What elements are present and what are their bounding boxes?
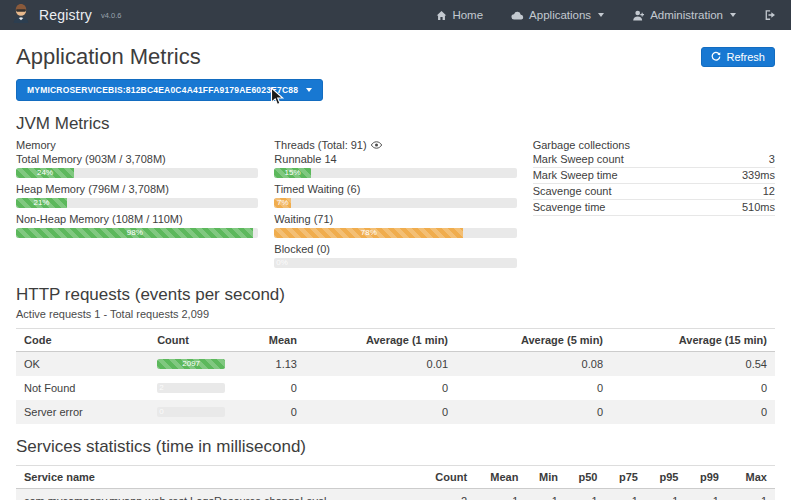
chevron-down-icon — [598, 13, 604, 17]
chevron-down-icon — [306, 88, 312, 92]
col-mean: Mean — [475, 466, 526, 489]
progress-track: 2 — [157, 383, 225, 393]
table-row-ok: OK 2097 1.13 0.01 0.08 0.54 — [16, 352, 775, 377]
nav-home[interactable]: Home — [436, 9, 483, 21]
avg5-cell: 0.08 — [456, 352, 611, 377]
avg15-cell: 0 — [611, 400, 775, 424]
heap-memory-bar: 21% — [16, 198, 67, 208]
avg1-cell: 0 — [305, 376, 456, 400]
refresh-button[interactable]: Refresh — [701, 47, 775, 67]
table-row-server-error: Server error 0 0 0 0 0 — [16, 400, 775, 424]
user-plus-icon — [632, 10, 645, 21]
jvm-metrics-heading: JVM Metrics — [16, 114, 775, 134]
nav-applications[interactable]: Applications — [511, 9, 604, 21]
instance-selector-label: MYMICROSERVICEBIS:812BC4EA0C4A41FFA9179A… — [27, 85, 298, 95]
jhipster-logo-icon — [10, 2, 32, 28]
brand-version: v4.0.6 — [101, 11, 121, 20]
avg15-cell: 0.54 — [611, 352, 775, 377]
col-avg15: Average (15 min) — [611, 329, 775, 352]
mean-cell: 1.13 — [261, 352, 305, 377]
gc-label: Scavenge time — [533, 200, 711, 216]
brand-link[interactable]: Registry v4.0.6 — [10, 2, 121, 28]
http-table-header: Code Count Mean Average (1 min) Average … — [16, 329, 775, 352]
eye-icon[interactable] — [371, 138, 382, 152]
p99-cell: 1 — [686, 489, 726, 500]
bar-percent-label: 21% — [33, 198, 49, 208]
bar-percent-label: 24% — [37, 168, 53, 178]
progress-track: 15% — [274, 168, 516, 178]
progress-track: 2097 — [157, 359, 225, 369]
count-cell: 2 — [149, 376, 261, 400]
home-icon — [436, 10, 447, 21]
logout-button[interactable] — [764, 9, 777, 21]
main-content: Application Metrics Refresh MYMICROSERVI… — [0, 44, 791, 500]
avg1-cell: 0.01 — [305, 352, 456, 377]
nav-administration-label: Administration — [650, 9, 723, 21]
col-service-name: Service name — [16, 466, 427, 489]
bar-count-label: 0 — [159, 407, 163, 417]
gc-row: Scavenge count 12 — [533, 184, 775, 200]
gc-title: Garbage collections — [533, 138, 775, 152]
services-table-header: Service name Count Mean Min p50 p75 p95 … — [16, 466, 775, 489]
waiting-bar: 78% — [274, 228, 463, 238]
metric-label: Blocked (0) — [274, 242, 516, 256]
progress-track: 24% — [16, 168, 258, 178]
total-memory-bar: 24% — [16, 168, 74, 178]
col-p50: p50 — [566, 466, 606, 489]
bar-percent-label: 0% — [276, 258, 288, 268]
navbar: Registry v4.0.6 Home Applications Admini… — [0, 0, 791, 30]
page-title: Application Metrics — [16, 44, 201, 70]
gc-row: Mark Sweep time 339ms — [533, 168, 775, 184]
nav-administration[interactable]: Administration — [632, 9, 736, 21]
metric-label: Runnable 14 — [274, 152, 516, 166]
avg15-cell: 0 — [611, 376, 775, 400]
runnable-bar: 15% — [274, 168, 310, 178]
p50-cell: 1 — [566, 489, 606, 500]
metric-label: Heap Memory (796M / 3,708M) — [16, 182, 258, 196]
col-p95: p95 — [646, 466, 686, 489]
memory-title: Memory — [16, 138, 258, 152]
nav-home-label: Home — [452, 9, 483, 21]
code-cell: OK — [16, 352, 149, 377]
col-p99: p99 — [686, 466, 726, 489]
service-name-cell: com.mycompany.myapp.web.rest.LogsResourc… — [16, 489, 427, 500]
code-cell: Server error — [16, 400, 149, 424]
bar-percent-label: 98% — [127, 228, 143, 238]
mean-cell: 1 — [475, 489, 526, 500]
progress-track: 98% — [16, 228, 258, 238]
count-cell: 2097 — [149, 352, 261, 377]
avg5-cell: 0 — [456, 400, 611, 424]
count-cell: 2 — [427, 489, 475, 500]
timed-waiting-bar: 7% — [274, 198, 291, 208]
avg1-cell: 0 — [305, 400, 456, 424]
mean-cell: 0 — [261, 400, 305, 424]
gc-label: Scavenge count — [533, 184, 711, 200]
gc-value: 12 — [711, 184, 775, 200]
max-cell: 1 — [727, 489, 775, 500]
mean-cell: 0 — [261, 376, 305, 400]
gc-row: Mark Sweep count 3 — [533, 152, 775, 168]
chevron-down-icon — [730, 13, 736, 17]
bar-percent-label: 78% — [361, 228, 377, 238]
gc-value: 510ms — [711, 200, 775, 216]
cloud-icon — [511, 10, 524, 21]
nav-links: Home Applications Administration — [436, 9, 777, 21]
bar-percent-label: 7% — [277, 198, 289, 208]
count-cell: 0 — [149, 400, 261, 424]
min-cell: 1 — [526, 489, 566, 500]
nav-applications-label: Applications — [529, 9, 591, 21]
gc-row: Scavenge time 510ms — [533, 200, 775, 216]
progress-track: 0 — [157, 407, 225, 417]
gc-label: Mark Sweep time — [533, 168, 711, 184]
col-mean: Mean — [261, 329, 305, 352]
gc-value: 339ms — [711, 168, 775, 184]
col-avg1: Average (1 min) — [305, 329, 456, 352]
threads-column: Threads (Total: 91) Runnable 14 15% Time… — [274, 138, 516, 272]
count-bar: 2097 — [157, 359, 225, 369]
nonheap-memory-bar: 98% — [16, 228, 253, 238]
instance-selector-dropdown[interactable]: MYMICROSERVICEBIS:812BC4EA0C4A41FFA9179A… — [16, 79, 323, 101]
gc-value: 3 — [711, 152, 775, 168]
col-max: Max — [727, 466, 775, 489]
bar-count-label: 2 — [159, 383, 163, 393]
memory-column: Memory Total Memory (903M / 3,708M) 24% … — [16, 138, 258, 272]
